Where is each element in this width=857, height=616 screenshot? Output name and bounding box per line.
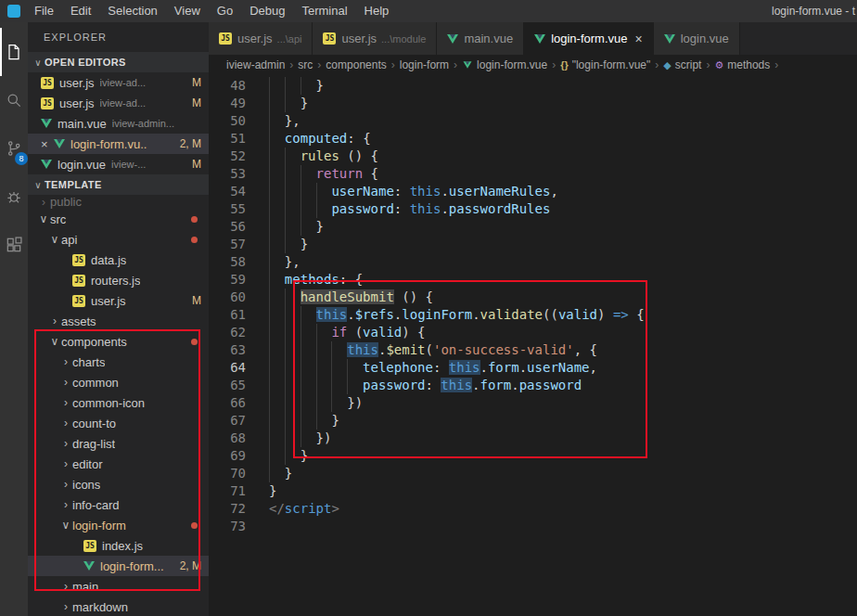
indent-guide (269, 306, 285, 324)
line-content: computed: { (246, 130, 371, 148)
file-name: public (50, 195, 82, 209)
indent-guide (316, 394, 332, 412)
breadcrumb-iview-admin[interactable]: iview-admin (226, 58, 285, 71)
indent-guide (285, 183, 301, 200)
line-number: 72 (209, 500, 246, 518)
indent-guide (269, 377, 285, 394)
code-line: 66}) (209, 394, 857, 412)
breadcrumb-methods[interactable]: ⚙methods (714, 58, 770, 71)
code-token: $refs (355, 307, 394, 322)
tree-item-markdown[interactable]: ›markdown (28, 597, 209, 616)
crumb-label: login-form.vue (477, 58, 547, 71)
open-editor-user-js[interactable]: JSuser.jsiview-ad...M (28, 93, 209, 113)
menu-file[interactable]: File (26, 0, 62, 22)
indent-guide (316, 341, 332, 359)
file-name: charts (72, 355, 105, 369)
js-file-icon: JS (41, 97, 54, 109)
line-content: } (246, 236, 308, 253)
chevron-down-icon: ∨ (59, 519, 72, 532)
modified-badge: M (188, 96, 201, 109)
tab-login-form-vue[interactable]: login-form.vue× (524, 22, 654, 55)
code-line: 53return { (209, 165, 857, 183)
crumb-label: components (326, 58, 386, 71)
code-token: methods (285, 272, 339, 287)
tree-item-assets[interactable]: ›assets (28, 311, 209, 331)
extensions-icon[interactable] (0, 221, 28, 269)
breadcrumb-src[interactable]: src (298, 58, 313, 71)
search-icon[interactable] (0, 76, 28, 124)
menu-edit[interactable]: Edit (62, 0, 99, 22)
code-area[interactable]: 48}49}50},51computed: {52rules () {53ret… (209, 75, 857, 616)
file-name: login.vue (58, 158, 106, 172)
tab-login-vue[interactable]: login.vue (654, 22, 740, 55)
indent-guide (301, 77, 316, 95)
file-name: user.js (59, 76, 95, 90)
tree-item-common-icon[interactable]: ›common-icon (28, 392, 209, 413)
tree-item-info-card[interactable]: ›info-card (28, 494, 209, 515)
open-editor-login-form-vu[interactable]: ×login-form.vu..2, M (28, 134, 209, 154)
line-number: 69 (209, 447, 246, 465)
tree-item-editor[interactable]: ›editor (28, 454, 209, 474)
tree-item-user-js[interactable]: JSuser.jsM (28, 290, 209, 311)
chevron-down-icon: ∨ (32, 58, 45, 68)
breadcrumb-login-form-vue[interactable]: {}"login-form.vue" (560, 58, 650, 71)
tree-item-common[interactable]: ›common (28, 372, 209, 392)
explorer-icon[interactable] (0, 28, 28, 76)
open-editor-main-vue[interactable]: main.vueiview-admin... (28, 113, 209, 134)
menu-selection[interactable]: Selection (99, 0, 165, 22)
tree-item-routers-js[interactable]: JSrouters.js (28, 270, 209, 290)
close-icon[interactable]: × (635, 32, 643, 46)
code-token: } (269, 483, 276, 498)
tab-main-vue[interactable]: main.vue (437, 22, 524, 55)
tab-user-js[interactable]: JSuser.js...\module (313, 22, 437, 55)
indent-guide (285, 306, 301, 324)
open-editors-header[interactable]: ∨ OPEN EDITORS (28, 52, 209, 72)
close-icon[interactable]: × (41, 137, 54, 151)
line-number: 48 (209, 77, 246, 95)
breadcrumb-login-form[interactable]: login-form (400, 58, 449, 71)
line-content: </script> (246, 500, 339, 518)
tree-item-drag-list[interactable]: ›drag-list (28, 433, 209, 454)
tree-item-count-to[interactable]: ›count-to (28, 413, 209, 433)
tree-item-index-js[interactable]: JSindex.js (28, 535, 209, 556)
code-token: ) (597, 307, 613, 322)
tree-item-login-form[interactable]: login-form...2, M (28, 556, 209, 576)
tree-item-icons[interactable]: ›icons (28, 474, 209, 494)
code-token: this (316, 307, 348, 322)
line-number: 52 (209, 148, 246, 165)
tree-item-src[interactable]: ∨src (28, 209, 209, 229)
tree-item-charts[interactable]: ›charts (28, 352, 209, 372)
code-token: }, (285, 254, 301, 269)
tree-item-public[interactable]: ›public (28, 195, 209, 209)
file-path: iview-ad... (100, 97, 147, 109)
template-section-header[interactable]: ∨ TEMPLATE (28, 174, 209, 195)
breadcrumb-components[interactable]: components (326, 58, 386, 71)
tree-item-login-form[interactable]: ∨login-form (28, 515, 209, 535)
code-token: (( (543, 307, 558, 322)
menu-debug[interactable]: Debug (241, 0, 293, 22)
open-editor-user-js[interactable]: JSuser.jsiview-ad...M (28, 72, 209, 93)
breadcrumb-script[interactable]: ◆script (663, 58, 701, 71)
debug-icon[interactable] (0, 173, 28, 221)
code-token: 'on-success-valid' (433, 342, 574, 357)
tab-user-js[interactable]: JSuser.js...\api (209, 22, 313, 55)
line-number: 55 (209, 200, 246, 218)
menu-go[interactable]: Go (209, 0, 241, 22)
tree-item-main[interactable]: ›main (28, 576, 209, 597)
line-content: } (246, 218, 324, 236)
line-content: password: this.form.password (246, 377, 582, 394)
menu-terminal[interactable]: Terminal (293, 0, 355, 22)
menu-view[interactable]: View (166, 0, 209, 22)
source-control-icon[interactable]: 8 (0, 124, 28, 173)
tree-item-data-js[interactable]: JSdata.js (28, 250, 209, 270)
code-token: }) (347, 395, 363, 410)
breadcrumb-login-form-vue[interactable]: login-form.vue (462, 58, 547, 71)
line-content: return { (246, 165, 378, 183)
tree-item-api[interactable]: ∨api (28, 229, 209, 250)
code-token: password (363, 378, 425, 392)
vue-icon (464, 61, 472, 69)
open-editor-login-vue[interactable]: login.vueiview-...M (28, 154, 209, 174)
tree-item-components[interactable]: ∨components (28, 331, 209, 352)
code-token: passwordRules (449, 201, 551, 216)
menu-help[interactable]: Help (356, 0, 398, 22)
